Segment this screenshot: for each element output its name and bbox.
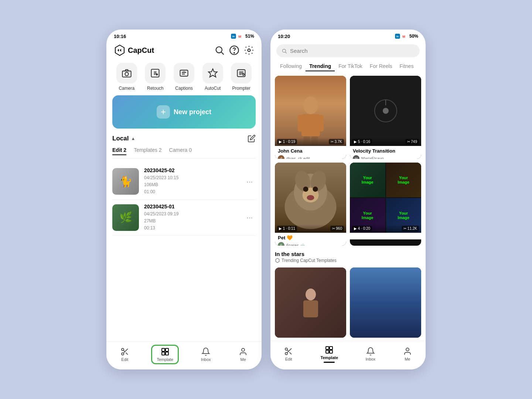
tool-retouch[interactable]: Retouch [145,63,166,91]
project-meta-1: 04/25/2023 10:15 106MB 01:00 [144,174,238,196]
settings-icon[interactable] [244,45,254,55]
template-author-johncena: d divas_ck edit [278,155,343,159]
filter-fitness[interactable]: Fitnes [396,62,417,71]
img-slot-2: YourImage [386,163,422,197]
velocity-stats: ▶ 5 · 0:16 [352,139,372,144]
in-stars-sub-text: Trending CapCut Templates [282,258,337,263]
pet-overlay: ▶ 1 · 0:11 ✂ 960 [275,224,346,233]
nav-edit-label-left: Edit [121,357,128,362]
right-phone: 10:20 in M 50% Following Trending For Ti… [270,30,426,369]
edit-icon[interactable] [248,134,256,143]
time-right: 10:20 [278,34,290,39]
project-info-2: 20230425-01 04/25/2023 09:19 27MB 00:13 [144,204,238,232]
filter-following[interactable]: Following [276,62,306,71]
nav-edit-label-right: Edit [285,357,292,361]
retouch-icon [150,68,160,78]
nav-me-right[interactable]: Me [397,345,418,363]
tool-captions[interactable]: A Captions [174,63,194,91]
pet-clips: ▶ 1 · 0:11 [277,226,297,231]
autocut-icon [208,68,218,78]
tool-autocut[interactable]: AutoCut [202,63,223,91]
svg-line-21 [123,350,125,352]
tab-templates[interactable]: Templates 2 [134,147,161,155]
project-name-2: 20230425-01 [144,204,238,209]
search-bar[interactable] [276,44,420,57]
logo-text: CapCut [128,46,154,55]
svg-point-30 [282,49,286,52]
template-card-johncena[interactable]: ▶ 1 · 0:19 ✂ 3.7K John Cena d divas_ck e… [275,76,346,159]
filter-reels[interactable]: For Reels [366,62,396,71]
author-name-johncena: divas_ck edit [286,156,310,159]
camera-label: Camera [119,86,134,91]
nav-inbox-left[interactable]: Inbox [195,346,217,363]
template-icon-left [161,347,170,356]
nav-template-left[interactable]: Template [151,345,179,364]
template-grid: ▶ 1 · 0:19 ✂ 3.7K John Cena d divas_ck e… [270,73,426,341]
author-avatar-velocity: M [353,155,359,159]
app-header-left: CapCut [106,41,262,60]
svg-rect-25 [166,352,168,355]
gmail-icon-right: M [402,33,408,39]
svg-rect-56 [326,347,329,349]
tool-prompter[interactable]: Prompter [231,63,252,91]
scissors-icon [120,347,129,356]
nav-inbox-right[interactable]: Inbox [359,345,381,363]
img-slot-1: YourImage [350,163,385,197]
sort-arrow[interactable]: ▲ [131,136,135,141]
svg-marker-14 [208,69,217,77]
help-icon[interactable] [229,45,239,55]
nav-inbox-label-left: Inbox [201,357,211,362]
filter-trending[interactable]: Trending [306,62,335,71]
author-name-pet: 6pares 🌧️ [286,243,305,246]
capcut-logo-icon [114,44,126,56]
search-icon-header[interactable] [214,45,225,55]
tab-camera[interactable]: Camera 0 [169,147,192,155]
gmail-icon: M [238,33,244,39]
template-thumb-extra [275,267,346,338]
nav-me-left[interactable]: Me [233,346,253,363]
svg-rect-34 [298,115,304,132]
johncena-uses: ✂ 3.7K [329,139,344,144]
inbox-icon-left [201,347,210,356]
template-author-velocity: M MariaElsavo [353,155,418,159]
filter-tiktok[interactable]: For TikTok [335,62,366,71]
extra-bg [275,267,346,338]
linkedin-icon: in [231,33,236,39]
time-left: 10:16 [114,34,126,39]
svg-rect-22 [162,348,165,351]
nav-template-right[interactable]: Template [315,344,344,364]
svg-point-47 [313,187,318,192]
tool-camera[interactable]: Camera [116,63,137,91]
template-card-extra[interactable] [275,267,346,338]
svg-line-31 [285,52,286,53]
template-thumb-multiimage: YourImage YourImage YourImage YourImage … [350,163,421,233]
captions-label: Captions [175,86,192,91]
svg-point-17 [122,348,124,351]
template-author-pet: 6 6pares 🌧️ [278,242,343,246]
svg-point-18 [122,353,124,355]
nav-edit-left[interactable]: Edit [115,346,135,363]
nav-edit-right[interactable]: Edit [278,345,299,363]
new-project-button[interactable]: + New project [112,95,256,129]
capcut-logo: CapCut [114,44,154,56]
in-stars-title: In the stars [275,251,421,257]
template-card-velocity[interactable]: ▶ 5 · 0:16 ✂ 749 Velocity Transition M M… [350,76,421,159]
project-more-2[interactable]: ··· [243,212,256,223]
template-card-pet[interactable]: ▶ 1 · 0:11 ✂ 960 Pet 🧡 6 6pares 🌧️ [275,163,346,246]
header-icons [214,45,254,55]
svg-rect-23 [166,348,168,351]
multi-clips: ▶ 4 · 0:20 [352,226,372,231]
project-item-2[interactable]: 🌿 20230425-01 04/25/2023 09:19 27MB 00:1… [112,200,256,236]
velocity-overlay: ▶ 5 · 0:16 ✂ 749 [350,137,421,146]
project-more-1[interactable]: ··· [243,176,256,187]
project-duration-2: 00:13 [144,225,155,231]
template-card-multiimage[interactable]: YourImage YourImage YourImage YourImage … [350,163,421,246]
right-phone-content: Following Trending For TikTok For Reels … [270,41,426,341]
template-card-extra2[interactable] [350,267,421,338]
tab-edit[interactable]: Edit 2 [112,147,126,155]
project-duration-1: 01:00 [144,189,155,194]
cat-thumb: 🐈 [112,168,139,195]
search-bar-container [270,41,426,59]
search-input[interactable] [290,48,415,54]
project-item-1[interactable]: 🐈 20230425-02 04/25/2023 10:15 106MB 01:… [112,164,256,200]
